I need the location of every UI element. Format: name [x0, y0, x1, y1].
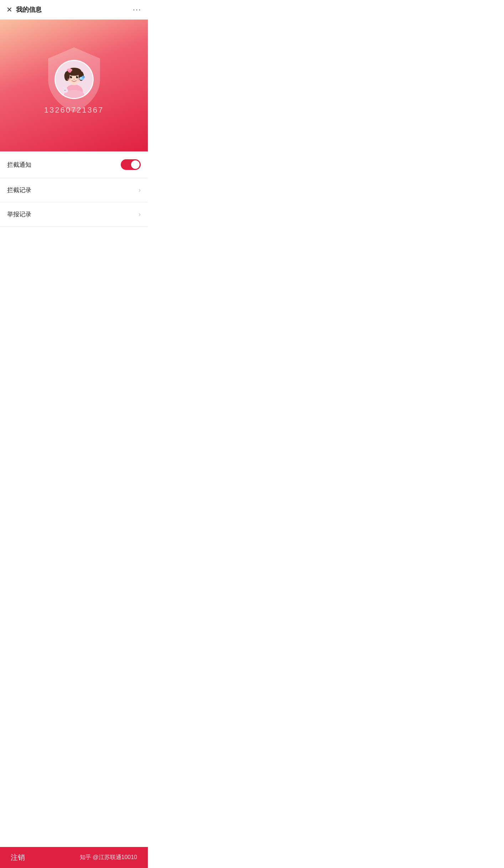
svg-point-13 [67, 78, 71, 81]
settings-item-block-records[interactable]: 拦截记录 › [0, 178, 148, 202]
header: ✕ 我的信息 ··· [0, 0, 148, 20]
settings-item-report-records[interactable]: 举报记录 › [0, 202, 148, 227]
svg-point-23 [64, 90, 65, 91]
avatar[interactable] [54, 60, 94, 99]
logout-button[interactable]: 注销 [11, 853, 25, 862]
chevron-right-icon: › [139, 186, 141, 194]
settings-item-block-notify[interactable]: 拦截通知 [0, 151, 148, 178]
settings-list: 拦截通知 拦截记录 › 举报记录 › [0, 151, 148, 227]
header-left: ✕ 我的信息 [6, 5, 42, 14]
svg-point-11 [77, 76, 78, 77]
brand-text: 知乎 @江苏联通10010 [80, 854, 137, 861]
block-records-label: 拦截记录 [7, 186, 31, 194]
chevron-right-icon-2: › [139, 211, 141, 218]
profile-banner: 13260721367 [0, 20, 148, 151]
svg-point-18 [68, 68, 71, 70]
svg-point-12 [73, 79, 75, 80]
close-icon[interactable]: ✕ [6, 6, 12, 13]
more-icon[interactable]: ··· [133, 5, 141, 14]
svg-point-10 [71, 76, 72, 77]
svg-point-22 [63, 89, 66, 92]
svg-point-8 [70, 76, 72, 78]
block-notify-toggle[interactable] [121, 159, 141, 170]
content-spacer [0, 227, 148, 334]
page-title: 我的信息 [16, 5, 42, 14]
avatar-wrapper [54, 60, 94, 99]
svg-point-27 [83, 77, 84, 77]
report-records-label: 举报记录 [7, 210, 31, 218]
bottom-bar: 注销 知乎 @江苏联通10010 [0, 847, 148, 868]
svg-point-24 [65, 90, 66, 91]
phone-number: 13260721367 [44, 105, 104, 115]
svg-point-9 [76, 76, 78, 78]
block-notify-label: 拦截通知 [7, 161, 31, 169]
toggle-knob [131, 160, 140, 169]
